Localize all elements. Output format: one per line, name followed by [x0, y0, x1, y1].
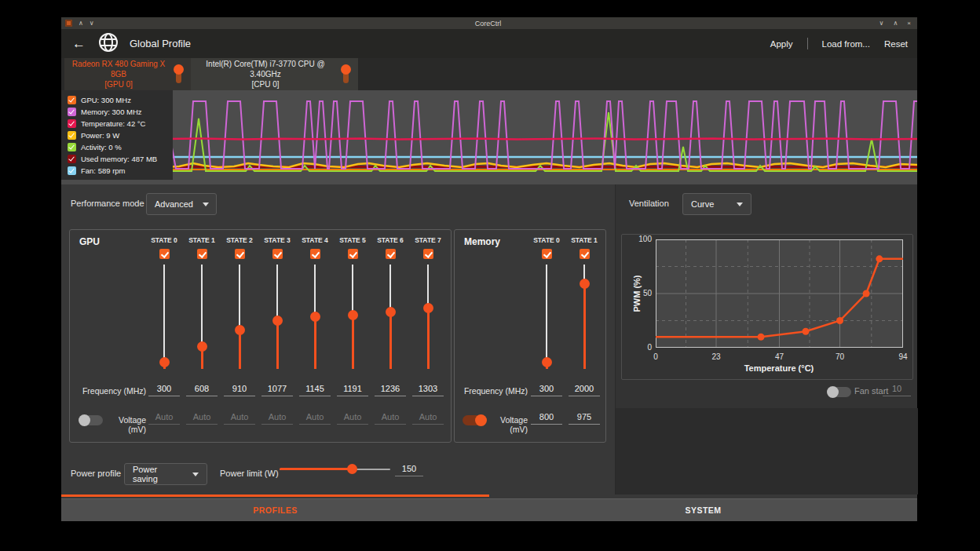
state-frequency-slider[interactable] — [423, 265, 433, 369]
page-title: Global Profile — [130, 38, 191, 49]
state-frequency-slider[interactable] — [310, 265, 320, 369]
close-icon[interactable]: × — [907, 20, 911, 27]
tab-cpu-name: Intel(R) Core(TM) i7-3770 CPU @ 3.40GHz — [191, 59, 340, 79]
frequency-value[interactable]: 1077 — [261, 384, 293, 396]
power-profile-dropdown[interactable]: Power saving — [124, 463, 207, 485]
state-checkbox[interactable] — [310, 249, 320, 259]
state-checkbox[interactable] — [580, 249, 590, 259]
sensor-graph — [61, 90, 917, 184]
legend-row-memory[interactable]: Memory: 300 MHz — [68, 106, 173, 118]
fan-curve-point[interactable] — [803, 328, 810, 335]
voltage-value[interactable]: Auto — [148, 412, 180, 425]
x-tick: 94 — [898, 352, 907, 361]
frequency-value[interactable]: 1145 — [299, 384, 331, 396]
fan-curve-plot[interactable] — [656, 239, 903, 348]
state-checkbox[interactable] — [542, 249, 552, 259]
frequency-value[interactable]: 608 — [186, 384, 218, 396]
frequency-value[interactable]: 1303 — [412, 384, 444, 396]
frequency-value[interactable]: 300 — [148, 384, 180, 396]
maximize-icon[interactable]: ∧ — [893, 20, 898, 27]
power-profile-label: Power profile — [71, 469, 121, 478]
legend-row-power[interactable]: Power: 9 W — [68, 130, 173, 141]
state-frequency-slider[interactable] — [542, 265, 552, 369]
fan-curve-point[interactable] — [876, 255, 883, 262]
state-frequency-slider[interactable] — [159, 265, 170, 369]
power-checkbox — [68, 131, 76, 140]
state-frequency-slider[interactable] — [580, 265, 590, 369]
frequency-value[interactable]: 300 — [531, 384, 562, 396]
state-checkbox[interactable] — [159, 249, 170, 259]
voltage-value[interactable]: Auto — [337, 412, 368, 425]
voltage-value[interactable]: 975 — [569, 412, 600, 425]
state-frequency-slider[interactable] — [386, 265, 396, 369]
legend-row-fan[interactable]: Fan: 589 rpm — [68, 165, 173, 177]
tab-profiles[interactable]: PROFILES — [61, 499, 489, 521]
gpu-state-column: STATE 6 1236 Auto — [371, 230, 409, 442]
voltage-value[interactable]: 800 — [531, 412, 562, 425]
state-checkbox[interactable] — [235, 249, 245, 259]
ventilation-mode-dropdown[interactable]: Curve — [682, 193, 751, 215]
performance-mode-dropdown[interactable]: Advanced — [146, 193, 217, 215]
power-limit-label: Power limit (W) — [220, 469, 279, 478]
frequency-value[interactable]: 1191 — [337, 384, 368, 396]
fan-start-toggle[interactable] — [828, 387, 851, 397]
tab-gpu[interactable]: Radeon RX 480 Gaming X 8GB [GPU 0] — [64, 58, 191, 92]
fan-curve-point[interactable] — [758, 334, 765, 341]
x-tick: 0 — [653, 352, 658, 361]
gpu-voltage-toggle[interactable] — [79, 415, 103, 425]
device-pin-icon — [340, 63, 352, 86]
fan-curve-point[interactable] — [836, 317, 843, 324]
legend-row-activity[interactable]: Activity: 0 % — [68, 141, 173, 153]
shade-down-icon[interactable]: ∨ — [90, 20, 94, 27]
power-limit-value[interactable]: 150 — [395, 464, 423, 476]
activity-checkbox — [68, 143, 76, 151]
app-icon — [65, 20, 72, 27]
state-checkbox[interactable] — [386, 249, 396, 259]
chevron-down-icon — [737, 203, 743, 206]
gpu-state-column: STATE 4 1145 Auto — [296, 230, 334, 442]
apply-button[interactable]: Apply — [770, 39, 793, 49]
legend-row-temperature[interactable]: Temperature: 42 °C — [68, 118, 173, 130]
voltage-value[interactable]: Auto — [299, 412, 331, 425]
legend-row-gpu[interactable]: GPU: 300 MHz — [68, 94, 173, 106]
device-pin-icon — [173, 63, 185, 86]
state-frequency-slider[interactable] — [197, 265, 207, 369]
legend-row-used-memory[interactable]: Used memory: 487 MB — [68, 153, 173, 165]
frequency-value[interactable]: 2000 — [569, 384, 600, 396]
voltage-value[interactable]: Auto — [261, 412, 293, 425]
state-checkbox[interactable] — [423, 249, 433, 259]
state-checkbox[interactable] — [197, 249, 207, 259]
voltage-value[interactable]: Auto — [412, 412, 444, 425]
fan-start-value[interactable]: 10 — [883, 384, 911, 396]
frequency-value[interactable]: 1236 — [375, 384, 406, 396]
fan-curve-point[interactable] — [863, 290, 870, 297]
tab-system[interactable]: SYSTEM — [489, 499, 917, 521]
temperature-trace — [163, 138, 917, 139]
back-button[interactable]: ← — [72, 36, 86, 52]
minimize-icon[interactable]: ∨ — [879, 20, 884, 27]
tab-cpu[interactable]: Intel(R) Core(TM) i7-3770 CPU @ 3.40GHz … — [191, 58, 358, 90]
state-frequency-slider[interactable] — [272, 265, 283, 369]
gpu-state-column: STATE 1 608 Auto — [183, 230, 221, 442]
state-frequency-slider[interactable] — [235, 265, 245, 369]
shade-up-icon[interactable]: ∧ — [79, 20, 83, 27]
content-area: Performance mode Advanced GPU STATE 0 30… — [61, 184, 917, 494]
memory-box-title: Memory — [464, 236, 500, 247]
fan-curve-chart: 100 50 0 0 23 47 70 94 Temperature (°C) … — [621, 234, 913, 380]
frequency-value[interactable]: 910 — [224, 384, 255, 396]
state-checkbox[interactable] — [272, 249, 283, 259]
load-from-button[interactable]: Load from... — [822, 39, 870, 49]
voltage-value[interactable]: Auto — [224, 412, 255, 425]
voltage-row-label: Voltage (mV) — [483, 415, 528, 434]
x-tick: 47 — [775, 352, 784, 361]
reset-button[interactable]: Reset — [884, 39, 908, 49]
voltage-value[interactable]: Auto — [186, 412, 218, 425]
state-checkbox[interactable] — [348, 249, 358, 259]
window-title: CoreCtrl — [120, 20, 856, 27]
state-frequency-slider[interactable] — [348, 265, 358, 369]
titlebar: ∧ ∨ CoreCtrl ∨ ∧ × — [61, 17, 917, 29]
voltage-value[interactable]: Auto — [375, 412, 406, 425]
power-limit-slider[interactable] — [280, 464, 390, 474]
device-tabbar: Radeon RX 480 Gaming X 8GB [GPU 0] Intel… — [61, 58, 917, 90]
memory-state-column: STATE 1 2000 975 — [565, 230, 603, 442]
